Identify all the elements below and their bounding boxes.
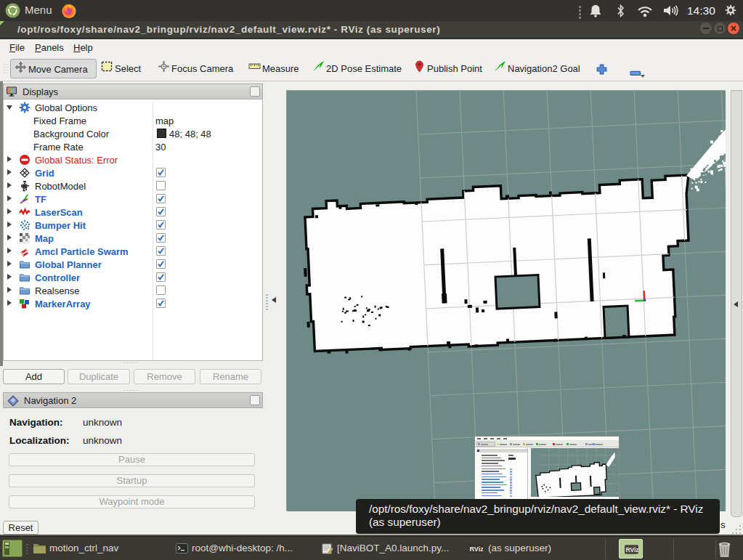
svg-text:RViz: RViz bbox=[470, 545, 484, 553]
svg-text:RViz: RViz bbox=[625, 546, 638, 553]
